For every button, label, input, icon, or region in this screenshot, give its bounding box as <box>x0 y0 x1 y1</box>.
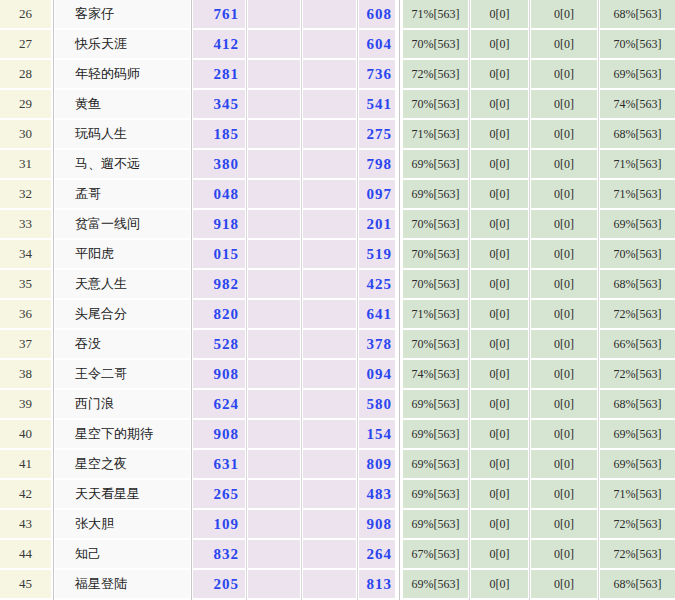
right-value: 519 <box>359 240 395 268</box>
stat-percent-1: 70%[563] <box>403 90 468 118</box>
stat-zero-1: 0[0] <box>471 390 528 418</box>
row-number: 35 <box>0 270 51 298</box>
row-number: 45 <box>0 570 51 598</box>
row-number: 26 <box>0 0 51 28</box>
stat-percent-1: 70%[563] <box>403 270 468 298</box>
stat-percent-2: 66%[563] <box>600 330 675 358</box>
empty-value-cell <box>248 570 300 598</box>
row-number: 37 <box>0 330 51 358</box>
stat-zero-2: 0[0] <box>531 330 597 358</box>
stat-zero-1: 0[0] <box>471 540 528 568</box>
player-name: 孟哥 <box>55 180 190 208</box>
empty-value-cell <box>248 330 300 358</box>
empty-value-cell <box>303 30 356 58</box>
empty-value-cell <box>303 450 356 478</box>
empty-value-cell <box>303 270 356 298</box>
player-name: 吞没 <box>55 330 190 358</box>
right-value: 798 <box>359 150 395 178</box>
table-row: 33 贫富一线间 918 201 70%[563] 0[0] 0[0] 69%[… <box>0 210 675 238</box>
empty-value-cell <box>248 150 300 178</box>
empty-value-cell <box>303 240 356 268</box>
left-value: 908 <box>193 420 245 448</box>
row-number: 36 <box>0 300 51 328</box>
empty-value-cell <box>248 180 300 208</box>
table-row: 43 张大胆 109 908 69%[563] 0[0] 0[0] 72%[56… <box>0 510 675 538</box>
right-value: 813 <box>359 570 395 598</box>
right-value: 264 <box>359 540 395 568</box>
stat-percent-1: 71%[563] <box>403 120 468 148</box>
table-row: 37 吞没 528 378 70%[563] 0[0] 0[0] 66%[563… <box>0 330 675 358</box>
table-row: 28 年轻的码师 281 736 72%[563] 0[0] 0[0] 69%[… <box>0 60 675 88</box>
left-value: 015 <box>193 240 245 268</box>
stat-zero-1: 0[0] <box>471 150 528 178</box>
row-number: 32 <box>0 180 51 208</box>
player-name: 王令二哥 <box>55 360 190 388</box>
stat-zero-1: 0[0] <box>471 480 528 508</box>
left-value: 380 <box>193 150 245 178</box>
right-value: 154 <box>359 420 395 448</box>
left-value: 761 <box>193 0 245 28</box>
stat-percent-2: 68%[563] <box>600 570 675 598</box>
left-value: 624 <box>193 390 245 418</box>
stat-zero-1: 0[0] <box>471 300 528 328</box>
table-row: 35 天意人生 982 425 70%[563] 0[0] 0[0] 68%[5… <box>0 270 675 298</box>
right-value: 604 <box>359 30 395 58</box>
stat-percent-1: 69%[563] <box>403 510 468 538</box>
stat-percent-2: 69%[563] <box>600 420 675 448</box>
empty-value-cell <box>303 360 356 388</box>
table-row: 36 头尾合分 820 641 71%[563] 0[0] 0[0] 72%[5… <box>0 300 675 328</box>
stat-percent-2: 69%[563] <box>600 450 675 478</box>
stat-percent-2: 70%[563] <box>600 240 675 268</box>
row-number: 28 <box>0 60 51 88</box>
stat-percent-1: 70%[563] <box>403 210 468 238</box>
row-number: 30 <box>0 120 51 148</box>
row-number: 42 <box>0 480 51 508</box>
stat-percent-1: 69%[563] <box>403 420 468 448</box>
player-name: 马、遛不远 <box>55 150 190 178</box>
empty-value-cell <box>248 450 300 478</box>
player-name: 天意人生 <box>55 270 190 298</box>
empty-value-cell <box>303 510 356 538</box>
stat-percent-2: 69%[563] <box>600 210 675 238</box>
player-name: 黄鱼 <box>55 90 190 118</box>
stat-zero-2: 0[0] <box>531 240 597 268</box>
left-value: 185 <box>193 120 245 148</box>
right-value: 483 <box>359 480 395 508</box>
stat-percent-1: 69%[563] <box>403 390 468 418</box>
stat-zero-2: 0[0] <box>531 180 597 208</box>
player-name: 玩码人生 <box>55 120 190 148</box>
stat-zero-1: 0[0] <box>471 510 528 538</box>
empty-value-cell <box>248 540 300 568</box>
stat-zero-2: 0[0] <box>531 30 597 58</box>
stat-percent-1: 70%[563] <box>403 240 468 268</box>
player-name: 福星登陆 <box>55 570 190 598</box>
empty-value-cell <box>303 0 356 28</box>
stat-zero-2: 0[0] <box>531 570 597 598</box>
empty-value-cell <box>248 420 300 448</box>
stat-zero-1: 0[0] <box>471 270 528 298</box>
stat-zero-1: 0[0] <box>471 240 528 268</box>
right-value: 425 <box>359 270 395 298</box>
player-name: 贫富一线间 <box>55 210 190 238</box>
left-value: 109 <box>193 510 245 538</box>
row-number: 41 <box>0 450 51 478</box>
stat-zero-2: 0[0] <box>531 420 597 448</box>
empty-value-cell <box>248 210 300 238</box>
stat-percent-1: 69%[563] <box>403 180 468 208</box>
stat-percent-1: 71%[563] <box>403 300 468 328</box>
stat-zero-2: 0[0] <box>531 390 597 418</box>
stat-zero-2: 0[0] <box>531 90 597 118</box>
left-value: 412 <box>193 30 245 58</box>
table-row: 40 星空下的期待 908 154 69%[563] 0[0] 0[0] 69%… <box>0 420 675 448</box>
table-row: 38 王令二哥 908 094 74%[563] 0[0] 0[0] 72%[5… <box>0 360 675 388</box>
empty-value-cell <box>303 90 356 118</box>
stat-percent-2: 72%[563] <box>600 510 675 538</box>
stat-zero-2: 0[0] <box>531 150 597 178</box>
row-number: 40 <box>0 420 51 448</box>
left-value: 528 <box>193 330 245 358</box>
empty-value-cell <box>303 180 356 208</box>
stat-percent-1: 74%[563] <box>403 360 468 388</box>
row-number: 43 <box>0 510 51 538</box>
table-row: 27 快乐天涯 412 604 70%[563] 0[0] 0[0] 70%[5… <box>0 30 675 58</box>
stat-percent-2: 72%[563] <box>600 540 675 568</box>
